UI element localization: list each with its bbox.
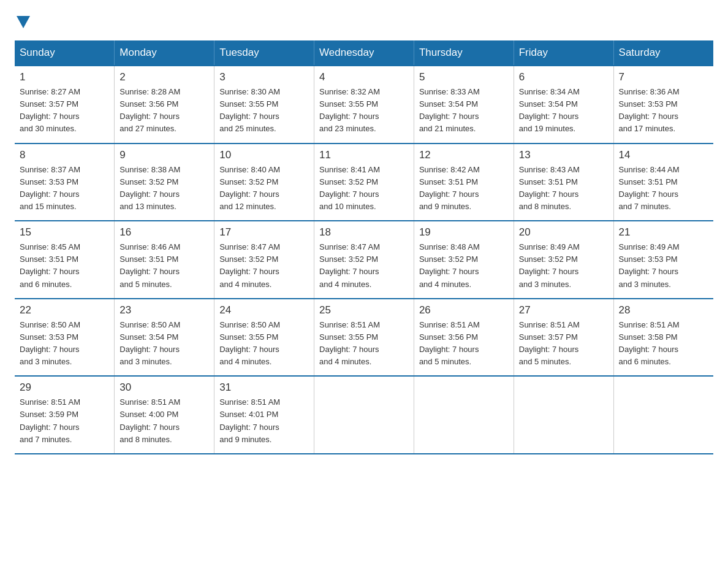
calendar-cell: 14 Sunrise: 8:44 AMSunset: 3:51 PMDaylig… <box>613 144 713 221</box>
day-number: 16 <box>119 226 209 239</box>
day-number: 30 <box>119 381 209 394</box>
day-number: 14 <box>619 149 708 161</box>
calendar-week-row: 22 Sunrise: 8:50 AMSunset: 3:53 PMDaylig… <box>15 299 713 377</box>
page-header <box>15 15 713 28</box>
calendar-cell: 31 Sunrise: 8:51 AMSunset: 4:01 PMDaylig… <box>214 376 314 454</box>
header-tuesday: Tuesday <box>214 40 314 66</box>
calendar-cell: 6 Sunrise: 8:34 AMSunset: 3:54 PMDayligh… <box>514 66 613 144</box>
day-number: 31 <box>219 381 309 394</box>
day-info: Sunrise: 8:43 AMSunset: 3:51 PMDaylight:… <box>519 164 609 213</box>
day-info: Sunrise: 8:32 AMSunset: 3:55 PMDaylight:… <box>319 86 409 136</box>
calendar-header-row: SundayMondayTuesdayWednesdayThursdayFrid… <box>15 40 713 66</box>
day-info: Sunrise: 8:51 AMSunset: 3:56 PMDaylight:… <box>419 319 509 369</box>
day-number: 17 <box>219 226 309 239</box>
calendar-cell: 13 Sunrise: 8:43 AMSunset: 3:51 PMDaylig… <box>514 144 613 221</box>
day-info: Sunrise: 8:51 AMSunset: 4:01 PMDaylight:… <box>219 396 309 446</box>
day-number: 6 <box>519 71 609 83</box>
calendar-cell: 9 Sunrise: 8:38 AMSunset: 3:52 PMDayligh… <box>115 144 214 221</box>
calendar-cell: 10 Sunrise: 8:40 AMSunset: 3:52 PMDaylig… <box>214 144 314 221</box>
day-info: Sunrise: 8:51 AMSunset: 3:58 PMDaylight:… <box>619 319 708 369</box>
day-info: Sunrise: 8:51 AMSunset: 3:57 PMDaylight:… <box>519 319 609 369</box>
day-info: Sunrise: 8:45 AMSunset: 3:51 PMDaylight:… <box>20 241 109 291</box>
calendar-cell: 24 Sunrise: 8:50 AMSunset: 3:55 PMDaylig… <box>214 299 314 377</box>
day-info: Sunrise: 8:48 AMSunset: 3:52 PMDaylight:… <box>419 241 509 291</box>
day-number: 22 <box>20 304 109 316</box>
day-number: 25 <box>319 304 409 316</box>
calendar-cell: 18 Sunrise: 8:47 AMSunset: 3:52 PMDaylig… <box>314 221 414 299</box>
calendar-cell <box>514 376 613 454</box>
calendar-cell: 7 Sunrise: 8:36 AMSunset: 3:53 PMDayligh… <box>613 66 713 144</box>
day-info: Sunrise: 8:40 AMSunset: 3:52 PMDaylight:… <box>219 164 309 213</box>
day-number: 21 <box>619 226 708 239</box>
day-number: 26 <box>419 304 509 316</box>
day-info: Sunrise: 8:28 AMSunset: 3:56 PMDaylight:… <box>119 86 209 136</box>
day-number: 23 <box>119 304 209 316</box>
calendar-cell: 22 Sunrise: 8:50 AMSunset: 3:53 PMDaylig… <box>15 299 115 377</box>
day-number: 29 <box>20 381 109 394</box>
day-number: 3 <box>219 71 309 83</box>
calendar-cell: 17 Sunrise: 8:47 AMSunset: 3:52 PMDaylig… <box>214 221 314 299</box>
day-info: Sunrise: 8:34 AMSunset: 3:54 PMDaylight:… <box>519 86 609 136</box>
calendar-cell: 19 Sunrise: 8:48 AMSunset: 3:52 PMDaylig… <box>414 221 514 299</box>
header-saturday: Saturday <box>613 40 713 66</box>
day-number: 28 <box>619 304 708 316</box>
day-info: Sunrise: 8:27 AMSunset: 3:57 PMDaylight:… <box>20 86 109 136</box>
calendar-cell: 25 Sunrise: 8:51 AMSunset: 3:55 PMDaylig… <box>314 299 414 377</box>
calendar-cell: 21 Sunrise: 8:49 AMSunset: 3:53 PMDaylig… <box>613 221 713 299</box>
logo <box>15 15 30 28</box>
calendar-week-row: 29 Sunrise: 8:51 AMSunset: 3:59 PMDaylig… <box>15 376 713 454</box>
calendar-cell: 27 Sunrise: 8:51 AMSunset: 3:57 PMDaylig… <box>514 299 613 377</box>
day-number: 10 <box>219 149 309 161</box>
header-sunday: Sunday <box>15 40 115 66</box>
calendar-cell: 11 Sunrise: 8:41 AMSunset: 3:52 PMDaylig… <box>314 144 414 221</box>
calendar-cell: 4 Sunrise: 8:32 AMSunset: 3:55 PMDayligh… <box>314 66 414 144</box>
day-info: Sunrise: 8:38 AMSunset: 3:52 PMDaylight:… <box>119 164 209 213</box>
calendar-week-row: 1 Sunrise: 8:27 AMSunset: 3:57 PMDayligh… <box>15 66 713 144</box>
day-info: Sunrise: 8:47 AMSunset: 3:52 PMDaylight:… <box>319 241 409 291</box>
day-info: Sunrise: 8:47 AMSunset: 3:52 PMDaylight:… <box>219 241 309 291</box>
calendar-cell: 2 Sunrise: 8:28 AMSunset: 3:56 PMDayligh… <box>115 66 214 144</box>
day-info: Sunrise: 8:33 AMSunset: 3:54 PMDaylight:… <box>419 86 509 136</box>
calendar-cell <box>613 376 713 454</box>
calendar-cell: 20 Sunrise: 8:49 AMSunset: 3:52 PMDaylig… <box>514 221 613 299</box>
day-info: Sunrise: 8:42 AMSunset: 3:51 PMDaylight:… <box>419 164 509 213</box>
header-wednesday: Wednesday <box>314 40 414 66</box>
logo-triangle-icon <box>17 16 30 29</box>
day-number: 18 <box>319 226 409 239</box>
day-info: Sunrise: 8:50 AMSunset: 3:54 PMDaylight:… <box>119 319 209 369</box>
calendar-cell: 1 Sunrise: 8:27 AMSunset: 3:57 PMDayligh… <box>15 66 115 144</box>
day-info: Sunrise: 8:37 AMSunset: 3:53 PMDaylight:… <box>20 164 109 213</box>
day-info: Sunrise: 8:50 AMSunset: 3:53 PMDaylight:… <box>20 319 109 369</box>
day-number: 15 <box>20 226 109 239</box>
day-number: 12 <box>419 149 509 161</box>
day-number: 5 <box>419 71 509 83</box>
day-info: Sunrise: 8:36 AMSunset: 3:53 PMDaylight:… <box>619 86 708 136</box>
calendar-cell: 16 Sunrise: 8:46 AMSunset: 3:51 PMDaylig… <box>115 221 214 299</box>
calendar-cell <box>414 376 514 454</box>
day-number: 19 <box>419 226 509 239</box>
day-number: 13 <box>519 149 609 161</box>
day-number: 1 <box>20 71 109 83</box>
calendar-cell: 28 Sunrise: 8:51 AMSunset: 3:58 PMDaylig… <box>613 299 713 377</box>
header-thursday: Thursday <box>414 40 514 66</box>
day-number: 9 <box>119 149 209 161</box>
header-friday: Friday <box>514 40 613 66</box>
day-number: 2 <box>119 71 209 83</box>
day-info: Sunrise: 8:46 AMSunset: 3:51 PMDaylight:… <box>119 241 209 291</box>
day-info: Sunrise: 8:51 AMSunset: 3:59 PMDaylight:… <box>20 396 109 446</box>
day-info: Sunrise: 8:41 AMSunset: 3:52 PMDaylight:… <box>319 164 409 213</box>
day-info: Sunrise: 8:49 AMSunset: 3:52 PMDaylight:… <box>519 241 609 291</box>
header-monday: Monday <box>115 40 214 66</box>
calendar-week-row: 8 Sunrise: 8:37 AMSunset: 3:53 PMDayligh… <box>15 144 713 221</box>
day-number: 24 <box>219 304 309 316</box>
calendar-cell: 5 Sunrise: 8:33 AMSunset: 3:54 PMDayligh… <box>414 66 514 144</box>
calendar-cell: 15 Sunrise: 8:45 AMSunset: 3:51 PMDaylig… <box>15 221 115 299</box>
day-info: Sunrise: 8:49 AMSunset: 3:53 PMDaylight:… <box>619 241 708 291</box>
day-info: Sunrise: 8:51 AMSunset: 3:55 PMDaylight:… <box>319 319 409 369</box>
calendar-cell <box>314 376 414 454</box>
day-info: Sunrise: 8:51 AMSunset: 4:00 PMDaylight:… <box>119 396 209 446</box>
calendar-cell: 26 Sunrise: 8:51 AMSunset: 3:56 PMDaylig… <box>414 299 514 377</box>
calendar-cell: 3 Sunrise: 8:30 AMSunset: 3:55 PMDayligh… <box>214 66 314 144</box>
calendar-week-row: 15 Sunrise: 8:45 AMSunset: 3:51 PMDaylig… <box>15 221 713 299</box>
day-info: Sunrise: 8:44 AMSunset: 3:51 PMDaylight:… <box>619 164 708 213</box>
